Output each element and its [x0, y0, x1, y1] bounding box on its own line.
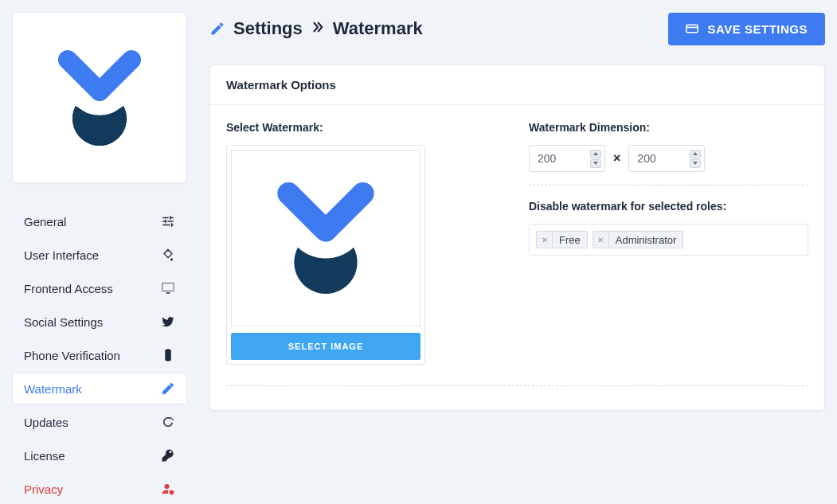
panel-title: Watermark Options [210, 65, 824, 105]
pencil-icon [209, 21, 225, 37]
width-step-down[interactable] [590, 159, 601, 168]
sidebar-item-label: License [24, 449, 65, 463]
save-settings-button[interactable]: SAVE SETTINGS [668, 13, 825, 45]
main-area: Settings Watermark SAVE SETTINGS Waterma… [209, 12, 825, 411]
breadcrumb: Settings Watermark [209, 18, 423, 39]
sidebar-item-label: General [24, 215, 66, 229]
sidebar-item-updates[interactable]: Updates [12, 406, 187, 438]
sidebar-item-label: Updates [24, 416, 68, 429]
panel-body: Select Watermark: SELECT IMAGE [210, 105, 824, 410]
monitor-icon [161, 281, 175, 295]
role-chip-free: ✕ Free [536, 231, 588, 248]
sidebar-item-frontend-access[interactable]: Frontend Access [12, 272, 187, 304]
dimension-separator: × [613, 151, 620, 166]
disable-roles-label: Disable watermark for selected roles: [529, 200, 808, 213]
page-header: Settings Watermark SAVE SETTINGS [209, 12, 825, 45]
watermark-preview-card: SELECT IMAGE [226, 145, 425, 365]
save-button-label: SAVE SETTINGS [708, 22, 808, 36]
remove-role-administrator[interactable]: ✕ [593, 232, 609, 248]
roles-input[interactable]: ✕ Free ✕ Administrator [529, 224, 808, 256]
twitter-icon [161, 315, 175, 329]
sidebar-item-label: User Interface [24, 248, 99, 262]
role-chip-label: Administrator [609, 234, 683, 246]
dimension-row: × [529, 145, 808, 172]
remove-role-free[interactable]: ✕ [537, 232, 553, 248]
select-image-button[interactable]: SELECT IMAGE [231, 333, 420, 360]
sidebar-item-license[interactable]: License [12, 440, 187, 471]
role-chip-administrator: ✕ Administrator [593, 231, 684, 248]
key-icon [161, 448, 175, 463]
app-logo [52, 42, 147, 154]
paint-icon [161, 248, 175, 262]
logo-card [12, 12, 187, 183]
sidebar-item-user-interface[interactable]: User Interface [12, 239, 187, 271]
sidebar-item-label: Frontend Access [24, 282, 113, 295]
save-icon [686, 23, 698, 34]
role-chip-label: Free [553, 234, 587, 246]
height-step-up[interactable] [690, 150, 701, 158]
sidebar-item-general[interactable]: General [12, 205, 187, 237]
breadcrumb-root: Settings [233, 18, 303, 39]
svg-rect-0 [165, 350, 171, 361]
sliders-icon [161, 214, 175, 229]
dimension-label: Watermark Dimension: [529, 121, 808, 134]
sidebar-item-label: Phone Verification [24, 349, 120, 362]
panel-bottom-divider [226, 385, 808, 386]
sidebar-item-label: Watermark [24, 382, 82, 396]
sidebar-item-label: Social Settings [24, 315, 103, 329]
watermark-options-panel: Watermark Options Select Watermark: [209, 64, 825, 411]
phone-icon [161, 348, 175, 362]
height-step-down[interactable] [690, 159, 701, 168]
sidebar-item-privacy[interactable]: Privacy [12, 473, 187, 504]
pencil-icon [161, 381, 175, 396]
chevron-double-right-icon [311, 18, 325, 39]
sidebar-item-watermark[interactable]: Watermark [12, 373, 187, 404]
sidebar-item-label: Privacy [24, 483, 63, 496]
width-step-up[interactable] [590, 150, 601, 158]
sidebar-item-phone-verification[interactable]: Phone Verification [12, 339, 187, 371]
user-shield-icon [161, 482, 175, 496]
sidebar-item-social-settings[interactable]: Social Settings [12, 306, 187, 338]
select-watermark-section: Select Watermark: SELECT IMAGE [226, 121, 425, 365]
sidebar-nav: General User Interface Frontend Access S… [12, 205, 187, 504]
watermark-preview-image [231, 150, 420, 326]
select-watermark-label: Select Watermark: [226, 121, 425, 134]
breadcrumb-current: Watermark [333, 18, 423, 39]
sidebar: General User Interface Frontend Access S… [12, 12, 187, 504]
section-divider [529, 185, 808, 186]
refresh-icon [161, 415, 175, 429]
watermark-settings-section: Watermark Dimension: × [441, 121, 808, 256]
svg-rect-1 [686, 25, 697, 33]
